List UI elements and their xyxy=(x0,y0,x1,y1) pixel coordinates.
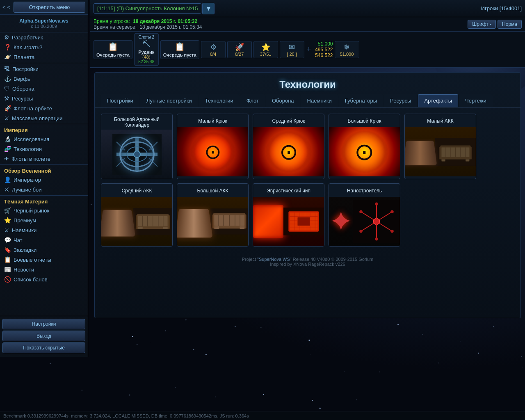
res-separator: + xyxy=(306,45,312,54)
tab-resources-tab[interactable]: Ресурсы xyxy=(384,94,417,107)
footer: Project "SuperNova.WS" Release 40 V40d0 … xyxy=(95,253,520,271)
akk-small-svg xyxy=(435,129,476,174)
tab-mercenaries[interactable]: Наемники xyxy=(301,94,338,107)
tech-icon: 🧬 xyxy=(4,146,11,152)
artifact-akk-med[interactable]: Средний АКК xyxy=(101,183,173,247)
tab-moon-buildings[interactable]: Лунные постройки xyxy=(140,94,198,107)
artifact-chip-image xyxy=(253,197,324,246)
sidebar-link-top-battles[interactable]: ⚔ Лучшие бои xyxy=(0,185,88,194)
svg-point-18 xyxy=(359,146,370,158)
artifact-akk-big[interactable]: Большой АКК xyxy=(177,183,249,247)
tab-fleet[interactable]: Флот xyxy=(240,94,265,107)
shipyard-icon: ⚓ xyxy=(4,75,11,82)
artifact-hook-big-name: Большой Крюк xyxy=(329,114,400,127)
akk-big-svg xyxy=(210,199,248,244)
artifact-hook-med-image xyxy=(253,127,324,176)
chip-visual xyxy=(253,197,324,246)
svg-point-3 xyxy=(121,142,153,167)
settings-button[interactable]: Настройки xyxy=(2,319,85,329)
svg-point-14 xyxy=(281,144,297,160)
artifact-akk-small-name: Малый АКК xyxy=(405,114,476,127)
sidebar-link-buildings[interactable]: 🏗 Постройки xyxy=(0,64,88,74)
sidebar-link-battle-reports[interactable]: 📋 Боевые отчеты xyxy=(0,255,88,265)
sidebar-link-shipyard[interactable]: ⚓ Верфь xyxy=(0,74,88,84)
buildings-icon: 🏗 xyxy=(4,66,10,72)
sidebar-link-research[interactable]: 🔬 Исследования xyxy=(0,134,88,144)
artifact-hook-small-image xyxy=(177,127,248,176)
svg-point-10 xyxy=(190,131,235,172)
sidebar-link-resources[interactable]: ⚒ Ресурсы xyxy=(0,94,88,103)
font-minus-button[interactable]: Шрифт - xyxy=(468,20,496,29)
sidebar-link-developer[interactable]: ⚙ Разработчик xyxy=(0,32,88,42)
mass-ops-icon: ⚔ xyxy=(4,115,9,121)
sidebar-bottom: Настройки Выход Показать скрытые xyxy=(0,316,88,357)
artifact-hook-big[interactable]: Большой Крюк xyxy=(329,114,400,179)
sidebar-link-mercenaries[interactable]: ⚔ Наемники xyxy=(0,225,88,235)
sidebar-link-mass-ops[interactable]: ⚔ Массовые операции xyxy=(0,113,88,123)
tab-technologies[interactable]: Технологии xyxy=(199,94,240,107)
sidebar-dark-matter-header[interactable]: Тёмная Материя xyxy=(0,196,88,205)
open-menu-button[interactable]: Открепить меню xyxy=(14,2,85,13)
svg-rect-50 xyxy=(214,226,219,229)
artifact-akk-small[interactable]: Малый АКК xyxy=(404,114,476,179)
akk-big-visual xyxy=(177,197,248,246)
tabs-bar: Постройки Лунные постройки Технологии Фл… xyxy=(95,94,520,107)
svg-point-15 xyxy=(283,146,294,157)
artifact-hook-small[interactable]: Малый Крюк xyxy=(177,114,249,179)
hook-med-visual xyxy=(253,127,324,176)
show-hidden-button[interactable]: Показать скрытые xyxy=(2,342,85,353)
logout-button[interactable]: Выход xyxy=(2,331,85,341)
artifact-collider-name: Большой Адронный Коллайдер xyxy=(101,114,172,130)
sidebar-link-fleets-flight[interactable]: ✈ Флоты в полете xyxy=(0,154,88,164)
res-3: ⭐ 37/51 xyxy=(253,41,278,58)
tab-blueprints[interactable]: Чертежи xyxy=(459,94,493,107)
players-count: Игроки [15/4001] xyxy=(481,5,522,11)
sidebar-empire-header[interactable]: Империя xyxy=(0,125,88,134)
artifact-hook-med[interactable]: Средний Крюк xyxy=(253,114,324,179)
res-2: 🚀 0/27 xyxy=(227,41,252,58)
sidebar-link-black-market[interactable]: 🛒 Чёрный рынок xyxy=(0,205,88,215)
battle-reports-icon: 📋 xyxy=(4,256,11,263)
collider-visual xyxy=(101,130,172,179)
artifact-chip[interactable]: Эвристический чип xyxy=(253,183,324,247)
hook-small-visual xyxy=(177,127,248,176)
tab-defense[interactable]: Оборона xyxy=(266,94,300,107)
sidebar-link-tech[interactable]: 🧬 Технологии xyxy=(0,144,88,154)
tab-governors[interactable]: Губернаторы xyxy=(339,94,383,107)
artifact-nanobuilder-name: Наностроитель xyxy=(329,184,400,197)
colony-name: [1:1:15] (П) Сингулярность Колония №15 xyxy=(94,3,201,14)
sidebar-link-fleet-orbit[interactable]: 🚀 Флот на орбите xyxy=(0,103,88,113)
tab-artifacts[interactable]: Артефакты xyxy=(418,94,458,107)
time-info: Время у игрока: 18 декабря 2015 г. 01:05… xyxy=(94,18,202,30)
font-normal-button[interactable]: Норма xyxy=(498,20,522,29)
collapse-arrows[interactable]: < < xyxy=(2,4,10,10)
sidebar-link-howtoplay[interactable]: ❓ Как играть? xyxy=(0,42,88,52)
sidebar-link-bans[interactable]: 🚫 Список банов xyxy=(0,274,88,284)
artifact-collider[interactable]: Большой Адронный Коллайдер xyxy=(101,114,173,179)
sidebar-link-emperor[interactable]: 👤 Император xyxy=(0,175,88,185)
hook-med-svg xyxy=(264,129,313,174)
sidebar-link-planet[interactable]: 🪐 Планета xyxy=(0,52,88,62)
news-icon: 📰 xyxy=(4,266,11,273)
sidebar-universe-header[interactable]: Обзор Вселенной xyxy=(0,166,88,175)
top-battles-icon: ⚔ xyxy=(4,186,9,193)
sidebar-link-chat[interactable]: 💬 Чат xyxy=(0,235,88,245)
tab-buildings[interactable]: Постройки xyxy=(101,94,139,107)
svg-rect-28 xyxy=(442,160,445,162)
svg-rect-39 xyxy=(138,227,142,229)
sidebar-top-nav: < < Открепить меню xyxy=(0,0,88,15)
sidebar-link-bookmarks[interactable]: 🔖 Закладки xyxy=(0,245,88,255)
sidebar-link-defense[interactable]: 🛡 Оборона xyxy=(0,84,88,94)
sidebar-link-premium[interactable]: ⭐ Премиум xyxy=(0,215,88,225)
hook-big-visual xyxy=(329,127,400,176)
artifact-akk-big-name: Большой АКК xyxy=(177,184,248,197)
res-numbers: 51.000 495.522 546.522 xyxy=(315,41,333,58)
chat-icon: 💬 xyxy=(4,237,11,243)
time-server: Время на сервере: 18 декабря 2015 г. 01:… xyxy=(94,24,202,30)
artifact-akk-big-image xyxy=(177,197,248,246)
svg-point-70 xyxy=(390,210,394,213)
sidebar-link-news[interactable]: 📰 Новости xyxy=(0,265,88,274)
resources-icon: ⚒ xyxy=(4,95,9,102)
artifact-nanobuilder[interactable]: Наностроитель xyxy=(329,183,400,247)
colony-dropdown[interactable]: ▼ xyxy=(202,3,215,14)
